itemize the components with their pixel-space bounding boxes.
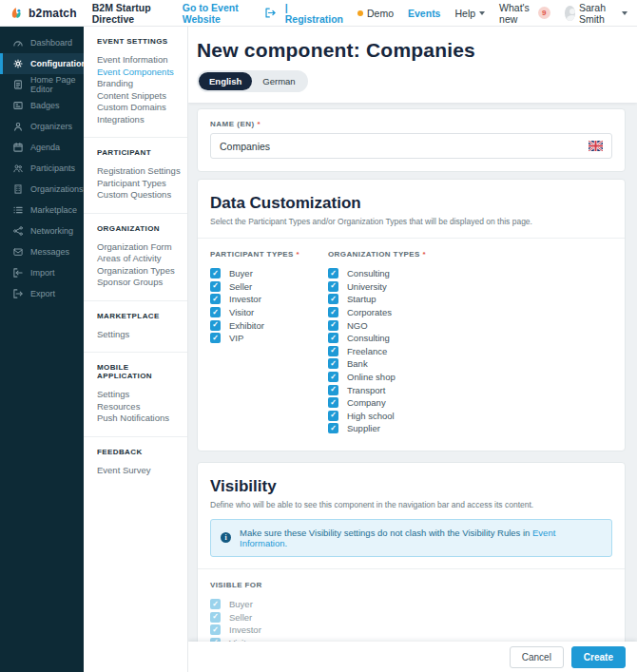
sidebar-item-messages[interactable]: Messages [0,241,84,262]
checkbox-checked-disabled-icon[interactable] [210,612,221,623]
visibility-subtitle: Define who will be able to see this comp… [210,500,612,509]
participant-type-checkbox-row[interactable]: Exhibitor [210,318,328,332]
uk-flag-icon [589,141,603,151]
checkbox-checked-icon[interactable] [328,320,338,331]
go-to-event-website-link[interactable]: Go to Event Website [183,2,256,25]
subnav-items: Event InformationEvent ComponentsBrandin… [97,54,182,125]
visibility-title: Visibility [210,477,612,496]
sidebar-item-export[interactable]: Export [0,283,84,304]
organization-type-checkbox-row[interactable]: Freelance [328,345,426,358]
events-link[interactable]: Events [408,8,440,19]
checkbox-checked-icon[interactable] [210,294,221,304]
sidebar-item-participants[interactable]: Participants [0,158,84,179]
checkbox-checked-icon[interactable] [210,333,221,343]
content-scroll-area[interactable]: NAME (EN) * Companies [188,103,637,672]
checkbox-checked-icon[interactable] [328,346,338,356]
checkbox-checked-icon[interactable] [328,423,338,433]
organization-type-checkbox-row[interactable]: Supplier [328,422,426,435]
organization-type-checkbox-row[interactable]: Startup [328,293,426,306]
tab-german[interactable]: German [252,72,305,90]
checkbox-checked-icon[interactable] [210,281,221,292]
organization-type-checkbox-row[interactable]: Company [328,396,426,410]
checkbox-checked-icon[interactable] [328,411,338,421]
subnav-item[interactable]: Registration Settings [97,165,182,177]
subnav-item[interactable]: Integrations [97,114,182,125]
organization-type-checkbox-row[interactable]: Consulting [328,267,426,280]
participant-type-checkbox-row[interactable]: Seller [210,280,328,294]
checkbox-checked-icon[interactable] [210,307,221,317]
subnav-item[interactable]: Organization Types [97,265,182,277]
checkbox-checked-icon[interactable] [328,268,338,278]
participant-type-checkbox-row[interactable]: Investor [210,293,328,306]
sidebar-item-badges[interactable]: Badges [0,95,84,116]
subnav-item[interactable]: Content Snippets [97,90,182,102]
checkbox-checked-icon[interactable] [328,281,338,292]
sidebar-item-import[interactable]: Import [0,262,84,283]
organization-type-checkbox-row[interactable]: High school [328,410,426,423]
organization-type-checkbox-row[interactable]: University [328,280,426,294]
sidebar-item-home-page-editor[interactable]: Home Page Editor [0,74,84,95]
participant-type-checkbox-row[interactable]: Visitor [210,306,328,319]
checkbox-checked-disabled-icon[interactable] [210,624,221,635]
organization-type-checkbox-row[interactable]: Consulting [328,332,426,345]
cancel-button[interactable]: Cancel [510,646,564,668]
registration-link[interactable]: | Registration [285,2,343,25]
checkbox-checked-icon[interactable] [328,358,338,369]
visible-for-checkbox-row[interactable]: Investor [210,624,612,637]
user-menu[interactable]: Sarah Smith [565,2,627,25]
subnav-item[interactable]: Areas of Activity [97,253,182,264]
external-link-icon[interactable] [264,7,277,19]
visible-for-checkbox-row[interactable]: Buyer [210,598,612,611]
checkbox-checked-icon[interactable] [328,333,338,343]
whats-new-link[interactable]: What's new 9 [499,2,550,25]
page-title: New component: Companies [197,39,622,62]
sidebar-item-dashboard[interactable]: Dashboard [0,32,84,53]
subnav-item[interactable]: Resources [97,401,182,413]
subnav-section-marketplace: MARKETPLACE Settings [84,301,187,354]
subnav-item[interactable]: Event Information [97,54,182,66]
checkbox-checked-icon[interactable] [328,294,338,304]
create-button[interactable]: Create [571,646,626,668]
subnav-item[interactable]: Event Components [97,67,182,78]
subnav-item[interactable]: Settings [97,389,182,400]
tab-english[interactable]: English [199,72,252,90]
subnav-item[interactable]: Settings [97,329,182,340]
subnav-item[interactable]: Branding [97,78,182,89]
sidebar-item-networking[interactable]: Networking [0,221,84,241]
building-icon [12,183,24,195]
brand-logo[interactable]: b2match [10,6,77,20]
checkbox-checked-icon[interactable] [328,372,338,382]
sidebar-item-organizations[interactable]: Organizations [0,179,84,200]
visible-for-label: VISIBLE FOR [210,581,612,589]
subnav-item[interactable]: Custom Domains [97,102,182,113]
name-input-value: Companies [220,141,270,152]
subnav-item[interactable]: Custom Questions [97,189,182,201]
subnav-item[interactable]: Push Notifications [97,413,182,424]
sidebar-item-organizers[interactable]: Organizers [0,116,84,137]
organization-type-checkbox-row[interactable]: Transport [328,383,426,396]
checkbox-checked-icon[interactable] [328,307,338,317]
checkbox-checked-icon[interactable] [328,397,338,408]
subnav-section-feedback: FEEDBACK Event Survey [84,437,187,489]
visible-for-checkbox-row[interactable]: Seller [210,610,612,624]
subnav-item[interactable]: Participant Types [97,178,182,189]
organization-type-checkbox-row[interactable]: NGO [328,318,426,332]
subnav-item[interactable]: Sponsor Groups [97,277,182,288]
checkbox-checked-icon[interactable] [210,320,221,331]
participant-type-checkbox-row[interactable]: Buyer [210,267,328,280]
subnav-item[interactable]: Event Survey [97,465,182,476]
organization-type-checkbox-row[interactable]: Bank [328,357,426,371]
sidebar-item-marketplace[interactable]: Marketplace [0,200,84,221]
organization-type-checkbox-row[interactable]: Corporates [328,306,426,319]
participant-type-checkbox-row[interactable]: VIP [210,332,328,345]
organization-type-checkbox-row[interactable]: Online shop [328,371,426,384]
name-input[interactable]: Companies [210,133,612,159]
subnav-item[interactable]: Organization Form [97,241,182,253]
checkbox-checked-icon[interactable] [210,268,221,278]
checkbox-checked-icon[interactable] [328,385,338,395]
help-menu[interactable]: Help [454,8,485,19]
subnav-section-title: ORGANIZATION [97,224,182,233]
checkbox-checked-disabled-icon[interactable] [210,599,221,609]
sidebar-item-agenda[interactable]: Agenda [0,137,84,158]
sidebar-item-configuration[interactable]: Configuration [0,53,84,74]
